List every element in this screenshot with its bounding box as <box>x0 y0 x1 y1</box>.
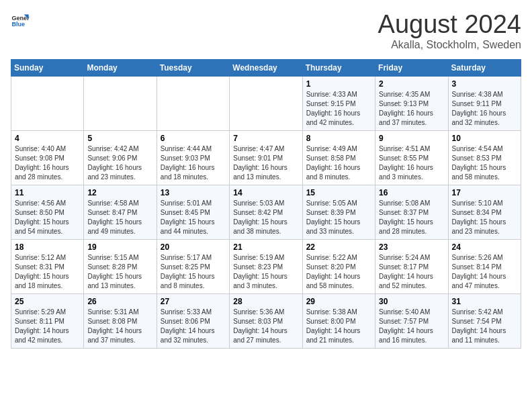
weekday-header-tuesday: Tuesday <box>157 59 229 76</box>
calendar-cell: 12Sunrise: 4:58 AM Sunset: 8:47 PM Dayli… <box>84 185 157 239</box>
day-number: 4 <box>15 134 80 143</box>
day-detail: Sunrise: 5:19 AM Sunset: 8:23 PM Dayligh… <box>233 253 298 291</box>
day-number: 7 <box>233 134 298 143</box>
calendar-cell: 28Sunrise: 5:36 AM Sunset: 8:03 PM Dayli… <box>230 293 302 348</box>
calendar-cell: 3Sunrise: 4:38 AM Sunset: 9:11 PM Daylig… <box>448 76 521 130</box>
calendar-cell: 10Sunrise: 4:54 AM Sunset: 8:53 PM Dayli… <box>448 130 521 185</box>
day-number: 14 <box>233 188 298 197</box>
title-block: August 2024 Akalla, Stockholm, Sweden <box>378 11 521 51</box>
calendar-cell: 29Sunrise: 5:38 AM Sunset: 8:00 PM Dayli… <box>302 293 375 348</box>
week-row-2: 4Sunrise: 4:40 AM Sunset: 9:08 PM Daylig… <box>11 130 521 185</box>
day-detail: Sunrise: 4:56 AM Sunset: 8:50 PM Dayligh… <box>15 199 80 236</box>
calendar-cell <box>230 76 302 130</box>
svg-text:Blue: Blue <box>11 21 25 28</box>
day-detail: Sunrise: 5:05 AM Sunset: 8:39 PM Dayligh… <box>306 199 371 236</box>
day-number: 6 <box>161 134 226 143</box>
day-detail: Sunrise: 5:42 AM Sunset: 7:54 PM Dayligh… <box>452 308 517 345</box>
day-detail: Sunrise: 5:15 AM Sunset: 8:28 PM Dayligh… <box>87 253 152 291</box>
day-detail: Sunrise: 5:26 AM Sunset: 8:14 PM Dayligh… <box>452 253 517 291</box>
day-detail: Sunrise: 5:08 AM Sunset: 8:37 PM Dayligh… <box>379 199 444 236</box>
day-number: 17 <box>452 188 517 197</box>
day-detail: Sunrise: 5:17 AM Sunset: 8:25 PM Dayligh… <box>161 253 226 291</box>
day-detail: Sunrise: 5:10 AM Sunset: 8:34 PM Dayligh… <box>452 199 517 236</box>
calendar-cell: 22Sunrise: 5:22 AM Sunset: 8:20 PM Dayli… <box>302 239 375 293</box>
day-detail: Sunrise: 4:42 AM Sunset: 9:06 PM Dayligh… <box>87 144 152 182</box>
day-detail: Sunrise: 4:40 AM Sunset: 9:08 PM Dayligh… <box>15 144 80 182</box>
calendar-cell: 26Sunrise: 5:31 AM Sunset: 8:08 PM Dayli… <box>84 293 157 348</box>
calendar-cell: 20Sunrise: 5:17 AM Sunset: 8:25 PM Dayli… <box>157 239 229 293</box>
week-row-1: 1Sunrise: 4:33 AM Sunset: 9:15 PM Daylig… <box>11 76 521 130</box>
calendar-cell: 2Sunrise: 4:35 AM Sunset: 9:13 PM Daylig… <box>375 76 448 130</box>
day-number: 27 <box>161 297 226 306</box>
day-number: 31 <box>452 297 517 306</box>
weekday-header-saturday: Saturday <box>448 59 521 76</box>
calendar-cell: 31Sunrise: 5:42 AM Sunset: 7:54 PM Dayli… <box>448 293 521 348</box>
calendar-cell: 25Sunrise: 5:29 AM Sunset: 8:11 PM Dayli… <box>11 293 84 348</box>
day-number: 11 <box>15 188 80 197</box>
day-detail: Sunrise: 5:24 AM Sunset: 8:17 PM Dayligh… <box>379 253 444 291</box>
calendar-cell: 11Sunrise: 4:56 AM Sunset: 8:50 PM Dayli… <box>11 185 84 239</box>
calendar-cell: 7Sunrise: 4:47 AM Sunset: 9:01 PM Daylig… <box>230 130 302 185</box>
calendar-cell: 27Sunrise: 5:33 AM Sunset: 8:06 PM Dayli… <box>157 293 229 348</box>
calendar-cell <box>11 76 84 130</box>
day-detail: Sunrise: 5:31 AM Sunset: 8:08 PM Dayligh… <box>87 308 152 345</box>
weekday-header-row: SundayMondayTuesdayWednesdayThursdayFrid… <box>11 59 521 76</box>
calendar-cell: 23Sunrise: 5:24 AM Sunset: 8:17 PM Dayli… <box>375 239 448 293</box>
day-number: 12 <box>87 188 152 197</box>
day-number: 1 <box>306 79 371 89</box>
day-number: 28 <box>233 297 298 306</box>
calendar-cell: 14Sunrise: 5:03 AM Sunset: 8:42 PM Dayli… <box>230 185 302 239</box>
week-row-4: 18Sunrise: 5:12 AM Sunset: 8:31 PM Dayli… <box>11 239 521 293</box>
day-number: 18 <box>15 242 80 252</box>
calendar-cell <box>84 76 157 130</box>
calendar-cell: 21Sunrise: 5:19 AM Sunset: 8:23 PM Dayli… <box>230 239 302 293</box>
day-number: 25 <box>15 297 80 306</box>
calendar-cell <box>157 76 229 130</box>
day-number: 21 <box>233 242 298 252</box>
day-detail: Sunrise: 4:33 AM Sunset: 9:15 PM Dayligh… <box>306 90 371 128</box>
calendar-cell: 9Sunrise: 4:51 AM Sunset: 8:55 PM Daylig… <box>375 130 448 185</box>
day-detail: Sunrise: 5:36 AM Sunset: 8:03 PM Dayligh… <box>233 308 298 345</box>
calendar-cell: 5Sunrise: 4:42 AM Sunset: 9:06 PM Daylig… <box>84 130 157 185</box>
calendar-cell: 30Sunrise: 5:40 AM Sunset: 7:57 PM Dayli… <box>375 293 448 348</box>
page-header: General Blue August 2024 Akalla, Stockho… <box>11 11 521 51</box>
week-row-5: 25Sunrise: 5:29 AM Sunset: 8:11 PM Dayli… <box>11 293 521 348</box>
day-number: 5 <box>87 134 152 143</box>
day-detail: Sunrise: 4:44 AM Sunset: 9:03 PM Dayligh… <box>161 144 226 182</box>
logo-icon: General Blue <box>11 11 30 30</box>
calendar-title: August 2024 <box>378 11 521 39</box>
calendar-cell: 1Sunrise: 4:33 AM Sunset: 9:15 PM Daylig… <box>302 76 375 130</box>
day-detail: Sunrise: 5:29 AM Sunset: 8:11 PM Dayligh… <box>15 308 80 345</box>
calendar-cell: 8Sunrise: 4:49 AM Sunset: 8:58 PM Daylig… <box>302 130 375 185</box>
day-detail: Sunrise: 5:38 AM Sunset: 8:00 PM Dayligh… <box>306 308 371 345</box>
day-detail: Sunrise: 5:03 AM Sunset: 8:42 PM Dayligh… <box>233 199 298 236</box>
day-detail: Sunrise: 4:38 AM Sunset: 9:11 PM Dayligh… <box>452 90 517 128</box>
day-detail: Sunrise: 5:22 AM Sunset: 8:20 PM Dayligh… <box>306 253 371 291</box>
day-detail: Sunrise: 5:01 AM Sunset: 8:45 PM Dayligh… <box>161 199 226 236</box>
calendar-cell: 15Sunrise: 5:05 AM Sunset: 8:39 PM Dayli… <box>302 185 375 239</box>
day-detail: Sunrise: 5:40 AM Sunset: 7:57 PM Dayligh… <box>379 308 444 345</box>
weekday-header-wednesday: Wednesday <box>230 59 302 76</box>
weekday-header-sunday: Sunday <box>11 59 84 76</box>
day-detail: Sunrise: 5:33 AM Sunset: 8:06 PM Dayligh… <box>161 308 226 345</box>
calendar-cell: 6Sunrise: 4:44 AM Sunset: 9:03 PM Daylig… <box>157 130 229 185</box>
day-number: 2 <box>379 79 444 89</box>
day-number: 10 <box>452 134 517 143</box>
weekday-header-monday: Monday <box>84 59 157 76</box>
calendar-cell: 13Sunrise: 5:01 AM Sunset: 8:45 PM Dayli… <box>157 185 229 239</box>
day-number: 9 <box>379 134 444 143</box>
day-number: 26 <box>87 297 152 306</box>
day-number: 22 <box>306 242 371 252</box>
day-number: 30 <box>379 297 444 306</box>
day-detail: Sunrise: 4:47 AM Sunset: 9:01 PM Dayligh… <box>233 144 298 182</box>
day-number: 29 <box>306 297 371 306</box>
day-detail: Sunrise: 4:35 AM Sunset: 9:13 PM Dayligh… <box>379 90 444 128</box>
day-number: 19 <box>87 242 152 252</box>
day-number: 3 <box>452 79 517 89</box>
day-number: 24 <box>452 242 517 252</box>
logo: General Blue <box>11 11 30 30</box>
calendar-cell: 16Sunrise: 5:08 AM Sunset: 8:37 PM Dayli… <box>375 185 448 239</box>
calendar-subtitle: Akalla, Stockholm, Sweden <box>378 39 521 51</box>
calendar-cell: 19Sunrise: 5:15 AM Sunset: 8:28 PM Dayli… <box>84 239 157 293</box>
weekday-header-thursday: Thursday <box>302 59 375 76</box>
